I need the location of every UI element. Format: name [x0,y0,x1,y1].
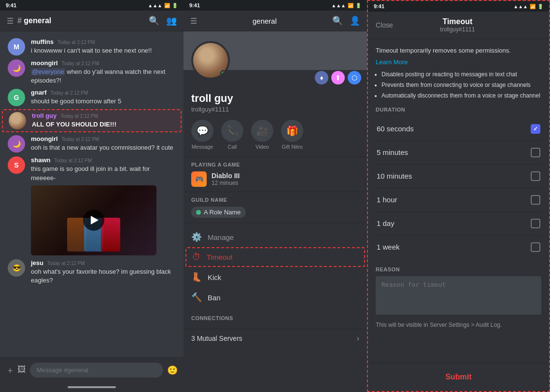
duration-option-5m[interactable]: 5 minutes [376,141,541,165]
timeout-status-bar: 9:41 ▲▲▲ 📶 🔋 [368,1,549,12]
avatar: M [8,38,25,56]
message-meta: moongirl Today at 2:12 PM [31,59,176,67]
avatar: G [8,89,25,106]
profile-top-nav: ☰ general 🔍 👤 [183,11,367,31]
submit-button[interactable]: Submit [436,370,481,384]
message-action-label: Message [192,144,213,150]
duration-option-1h[interactable]: 1 hour [376,188,541,212]
message-action[interactable]: 💬 Message [191,120,213,150]
kick-menu-item[interactable]: 👢 Kick [183,267,367,287]
status-time: 9:41 [6,2,16,8]
add-icon[interactable]: ＋ [6,364,14,376]
message-time: Today at 2:12 PM [62,137,99,142]
video-action[interactable]: 🎥 Video [251,120,273,150]
gift-nitro-action-icon: 🎁 [281,120,303,142]
battery-icon: 🔋 [355,3,361,8]
learn-more-link[interactable]: Learn More [376,58,408,66]
profile-status-bar: 9:41 ▲▲▲ 📶 🔋 [183,0,367,11]
game-item: 🎮 Diablo III 12 minues [191,171,359,187]
mutual-servers-arrow-icon: › [357,334,359,343]
profile-menu-items: ⚙️ Manage ⏱ Timeout 👢 Kick 🔨 Ban [183,223,367,311]
message-time: Today at 2:12 PM [57,40,95,45]
ban-menu-item[interactable]: 🔨 Ban [183,287,367,308]
message-author: muffins [31,38,54,45]
play-triangle-icon [91,216,99,224]
play-button[interactable] [83,210,104,231]
duration-checkbox-60s[interactable]: ✓ [531,124,540,134]
mutual-servers-item[interactable]: 3 Mutual Servers › [183,329,367,348]
search-icon[interactable]: 🔍 [149,15,159,26]
timeout-label: Timeout [207,253,233,261]
profile-search-icon[interactable]: 🔍 [332,15,343,26]
table-row: S shawn Today at 2:12 PM this game is so… [0,154,183,257]
table-row: M muffins Today at 2:12 PM i knowwww i c… [0,36,183,57]
message-content: moongirl Today at 2:12 PM @everyone when… [31,59,176,85]
video-embed[interactable] [31,185,156,255]
duration-option-1w[interactable]: 1 week [376,236,541,259]
duration-checkbox-10m[interactable] [531,171,540,181]
gift-nitro-action[interactable]: 🎁 Gift Nitro [281,120,303,150]
message-time: Today at 2:12 PM [47,261,85,266]
timeout-body: Timeout temporarily removes some permiss… [368,39,549,363]
message-author: gnarf [31,89,47,96]
chat-input-icons: ＋ 🖼 [6,364,26,376]
playing-game-section: PLAYING A GAME 🎮 Diablo III 12 minues [183,157,367,192]
avatar: 🌙 [8,135,25,153]
duration-checkbox-5m[interactable] [531,148,540,157]
avatar: 🌙 [8,59,25,77]
profile-status-time: 9:41 [189,2,200,8]
chat-header: ☰ # general 🔍 👥 [0,11,183,31]
profile-user-icon[interactable]: 👤 [350,15,360,26]
boost-badge: ⬆ [331,71,345,84]
table-row: 😎 jesu Today at 2:12 PM ooh what's your … [0,257,183,287]
message-content: shawn Today at 2:12 PM this game is so g… [31,156,176,255]
duration-checkbox-1w[interactable] [531,242,540,252]
duration-text-10m: 10 minutes [377,172,412,180]
profile-hamburger-icon[interactable]: ☰ [190,16,197,26]
wifi-icon: 📶 [164,3,170,8]
avatar [191,41,230,80]
timeout-panel: 9:41 ▲▲▲ 📶 🔋 Close Timeout trollguy#1111… [367,0,550,392]
duration-option-60s[interactable]: 60 seconds ✓ [376,117,541,141]
call-action[interactable]: 📞 Call [221,120,243,150]
profile-discriminator: trollguy#1111 [191,106,359,113]
close-button[interactable]: Close [376,21,393,29]
image-icon[interactable]: 🖼 [17,364,26,376]
profile-info: troll guy trollguy#1111 [183,87,367,113]
hamburger-icon[interactable]: ☰ [7,16,14,26]
signal-icon: ▲▲▲ [331,3,346,8]
message-text: i knowwww i can't wait to see the next o… [31,46,176,55]
members-icon[interactable]: 👥 [166,15,177,26]
duration-checkbox-1h[interactable] [531,195,540,205]
reason-input[interactable] [376,276,541,315]
message-text: ooh is that a new avatar you commissione… [31,143,176,152]
emoji-icon[interactable]: 🙂 [167,365,178,376]
manage-label: Manage [208,233,234,241]
profile-nav-title: general [253,17,277,25]
duration-option-10m[interactable]: 10 minutes [376,165,541,188]
connections-label: CONNECTIONS [191,315,359,321]
guild-label: GUILD NAME [191,197,359,203]
message-text: @everyone when do y'all wanna watch the … [31,68,176,85]
table-row: G gnarf Today at 2:12 PM should be good … [0,87,183,108]
chat-input-area: ＋ 🖼 Message #general 🙂 [0,357,183,382]
video-action-icon: 🎥 [251,120,273,142]
timeout-username: trollguy#1111 [440,26,475,33]
duration-checkbox-1d[interactable] [531,219,540,228]
channel-name: # general [17,16,51,25]
duration-option-1d[interactable]: 1 day [376,212,541,236]
reason-label: REASON [376,266,541,272]
chat-input[interactable]: Message #general [30,363,163,378]
bottom-indicator [0,382,183,392]
manage-icon: ⚙️ [191,232,202,242]
message-content: troll guy Today at 2:12 PM ALL OF YOU SH… [32,112,175,129]
game-name: Diablo III [212,172,240,180]
bullet-item: Prevents them from connecting to voice o… [381,81,541,89]
channel-hash-icon: # [17,16,24,25]
profile-status-icons: ▲▲▲ 📶 🔋 [331,3,361,8]
manage-menu-item[interactable]: ⚙️ Manage [183,227,367,247]
message-content: muffins Today at 2:12 PM i knowwww i can… [31,38,176,55]
message-meta: moongirl Today at 2:12 PM [31,135,176,142]
timeout-menu-item[interactable]: ⏱ Timeout [185,247,365,267]
checkmark-icon: ✓ [533,126,538,132]
